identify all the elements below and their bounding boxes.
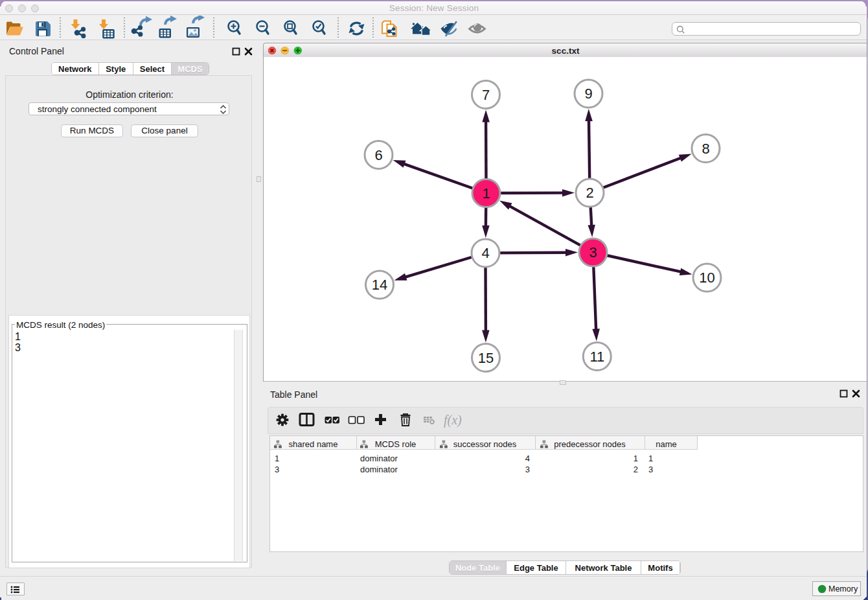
svg-text:f(x): f(x) — [444, 413, 462, 428]
svg-text:4: 4 — [481, 245, 489, 261]
svg-text:9: 9 — [584, 86, 592, 102]
svg-text:3: 3 — [589, 244, 597, 260]
svg-text:7: 7 — [482, 87, 490, 103]
svg-text:14: 14 — [372, 277, 387, 293]
svg-text:10: 10 — [699, 270, 714, 286]
svg-text:1: 1 — [482, 185, 490, 202]
svg-text:2: 2 — [586, 185, 593, 201]
svg-text:11: 11 — [589, 349, 604, 365]
svg-text:6: 6 — [374, 147, 382, 163]
svg-text:15: 15 — [478, 350, 494, 366]
svg-text:8: 8 — [702, 141, 709, 157]
